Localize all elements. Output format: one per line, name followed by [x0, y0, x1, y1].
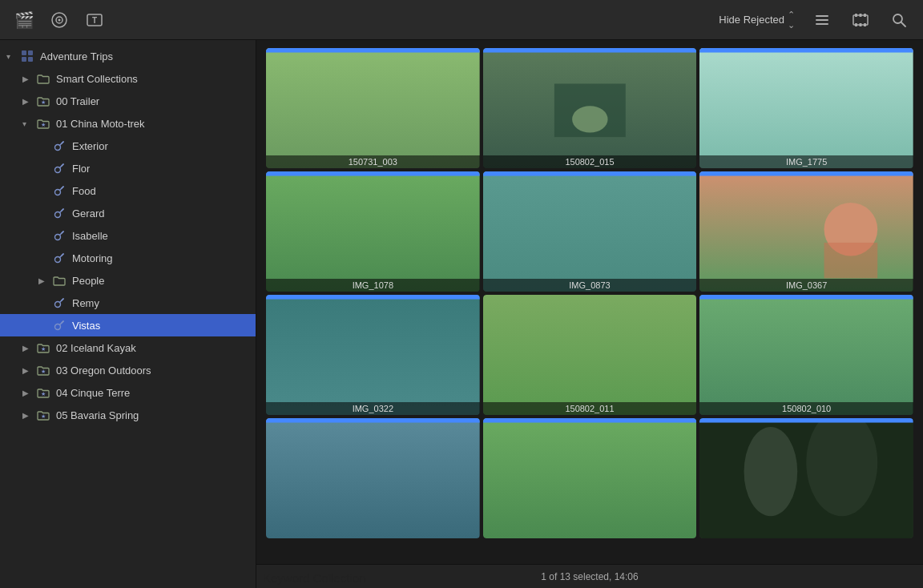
sidebar-item-exterior[interactable]: Exterior [0, 135, 256, 157]
text-T-icon[interactable]: T [83, 9, 106, 31]
thumbnail-label: 150802_011 [483, 402, 697, 415]
expand-arrow-icon: ▾ [6, 52, 19, 61]
hide-rejected-button[interactable]: Hide Rejected ⌃⌄ [719, 10, 795, 30]
thumbnail-item[interactable]: IMG_1078 [266, 171, 480, 292]
sidebar-item-flor[interactable]: Flor [0, 157, 256, 179]
sidebar-item-05-bavaria-spring[interactable]: ▶ ★ 05 Bavaria Spring [0, 404, 256, 426]
svg-text:★: ★ [41, 413, 46, 419]
svg-rect-5 [816, 15, 828, 17]
expand-arrow-icon: ▶ [38, 276, 51, 285]
svg-line-28 [62, 164, 63, 166]
thumbnail-label: 150802_015 [483, 155, 697, 168]
sidebar-item-01-china-moto-trek[interactable]: ▾ ★ 01 China Moto-trek [0, 112, 256, 135]
svg-text:★: ★ [41, 369, 46, 374]
thumbnail-label: IMG_0367 [699, 279, 913, 292]
main-layout: ▾ Adventure Trips▶ Smart Collections▶ ★ … [0, 40, 923, 588]
expand-arrow-icon: ▶ [22, 366, 35, 375]
sidebar-item-gerard[interactable]: Gerard [0, 202, 256, 224]
svg-rect-17 [22, 50, 26, 55]
keyword-icon [51, 228, 67, 244]
expand-arrow-icon: ▶ [22, 344, 35, 352]
sidebar-item-motoring[interactable]: Motoring [0, 247, 256, 269]
expand-arrow-icon: ▶ [22, 75, 35, 83]
svg-rect-19 [22, 57, 26, 62]
keyword-icon [51, 160, 67, 176]
music-note-icon[interactable] [48, 9, 71, 31]
svg-line-16 [901, 22, 906, 26]
thumbnail-image [699, 48, 913, 168]
thumbnail-item[interactable] [266, 418, 480, 538]
expand-arrow-icon: ▶ [22, 389, 35, 397]
svg-line-46 [62, 321, 63, 323]
sidebar-item-02-iceland-kayak[interactable]: ▶ ★ 02 Iceland Kayak [0, 336, 256, 359]
sidebar-item-remy[interactable]: Remy [0, 292, 256, 314]
svg-rect-58 [699, 48, 913, 53]
sidebar-item-vistas[interactable]: Vistas [0, 314, 256, 336]
thumbnail-item[interactable]: IMG_0322 [266, 295, 480, 415]
svg-line-34 [62, 209, 63, 211]
sidebar-item-label: 05 Bavaria Spring [56, 409, 139, 421]
svg-text:★: ★ [41, 391, 46, 397]
thumbnail-item[interactable]: 150802_010 [699, 295, 913, 415]
sidebar-item-label: Adventure Trips [40, 50, 113, 62]
thumbnail-item[interactable]: IMG_0367 [699, 171, 913, 292]
thumbnail-image [699, 418, 913, 538]
sidebar-item-adventure-trips[interactable]: ▾ Adventure Trips [0, 45, 256, 67]
svg-rect-68 [266, 295, 480, 300]
sidebar-item-04-cinque-terre[interactable]: ▶ ★ 04 Cinque Terre [0, 381, 256, 404]
star-folder-icon: ★ [35, 93, 51, 109]
list-view-icon[interactable] [811, 9, 833, 31]
svg-rect-72 [266, 418, 480, 538]
svg-rect-70 [699, 295, 913, 415]
thumbnail-item[interactable] [483, 418, 697, 538]
thumbnail-image [483, 171, 697, 292]
thumbnail-item[interactable]: 150802_011 [483, 295, 697, 415]
thumbnail-grid: 150731_003 150802_015 [256, 40, 923, 564]
sidebar-item-smart-collections[interactable]: ▶ Smart Collections [0, 67, 256, 90]
sidebar-item-label: Remy [72, 297, 99, 309]
svg-rect-52 [266, 48, 480, 53]
thumbnail-image [483, 418, 697, 538]
keyword-icon [51, 138, 67, 154]
svg-rect-7 [816, 23, 828, 25]
star-folder-icon: ★ [35, 407, 51, 423]
filmstrip-icon[interactable] [849, 9, 872, 31]
sidebar: ▾ Adventure Trips▶ Smart Collections▶ ★ … [0, 40, 256, 588]
sidebar-item-label: Exterior [72, 140, 108, 152]
svg-rect-67 [266, 295, 480, 415]
svg-rect-18 [28, 50, 33, 55]
svg-rect-6 [816, 19, 828, 21]
sidebar-item-label: 02 Iceland Kayak [56, 342, 136, 354]
sidebar-item-label: Smart Collections [56, 73, 138, 85]
sidebar-item-people[interactable]: ▶ People [0, 269, 256, 292]
thumbnail-item[interactable]: IMG_1775 [699, 48, 913, 168]
thumbnail-image [266, 48, 480, 168]
keyword-icon [51, 317, 67, 333]
sidebar-item-label: Gerard [72, 207, 104, 219]
sidebar-item-food[interactable]: Food [0, 179, 256, 202]
sidebar-item-label: 04 Cinque Terre [56, 387, 130, 399]
thumbnail-image [699, 171, 913, 292]
search-icon[interactable] [888, 9, 910, 31]
svg-rect-57 [699, 48, 913, 168]
svg-line-25 [62, 142, 63, 143]
thumbnail-item[interactable]: IMG_0873 [483, 171, 697, 292]
folder-icon [51, 272, 67, 288]
thumbnail-item[interactable]: 150802_015 [483, 48, 697, 168]
sidebar-item-00-trailer[interactable]: ▶ ★ 00 Trailer [0, 90, 256, 112]
svg-rect-63 [699, 171, 913, 292]
thumbnail-item[interactable]: 150731_003 [266, 48, 480, 168]
star-folder-icon: ★ [35, 385, 51, 401]
thumbnail-image [266, 171, 480, 292]
sidebar-item-label: Food [72, 185, 96, 197]
sidebar-item-isabelle[interactable]: Isabelle [0, 224, 256, 247]
sidebar-item-03-oregon-outdoors[interactable]: ▶ ★ 03 Oregon Outdoors [0, 359, 256, 381]
status-bar: 1 of 13 selected, 14:06 [256, 564, 923, 588]
svg-rect-74 [483, 418, 697, 538]
keyword-icon [51, 295, 67, 311]
sidebar-item-label: 00 Trailer [56, 95, 99, 107]
thumbnail-item[interactable] [699, 418, 913, 538]
thumbnail-label: 150802_010 [699, 402, 913, 415]
clapperboard-icon[interactable]: 🎬 [13, 9, 35, 31]
svg-point-55 [572, 106, 607, 132]
